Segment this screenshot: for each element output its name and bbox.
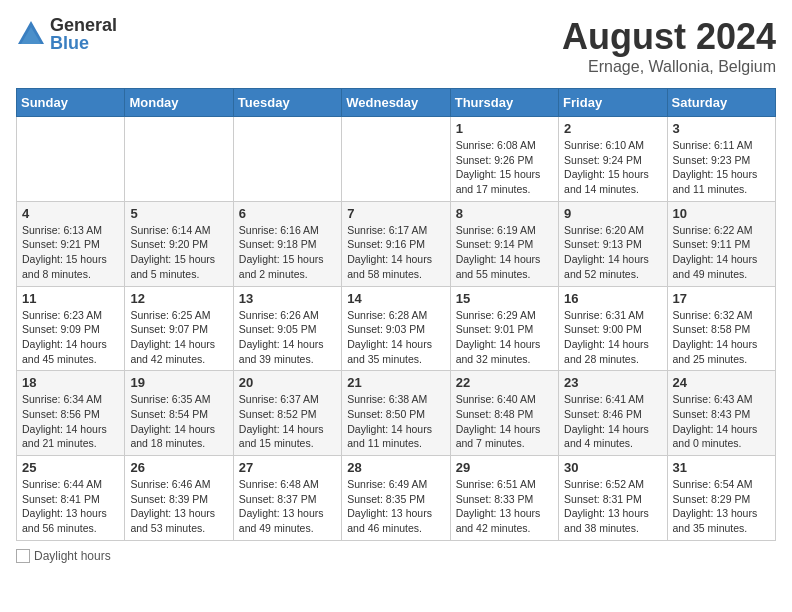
weekday-wednesday: Wednesday bbox=[342, 89, 450, 117]
day-info: Sunrise: 6:11 AM Sunset: 9:23 PM Dayligh… bbox=[673, 138, 770, 197]
weekday-saturday: Saturday bbox=[667, 89, 775, 117]
week-row-2: 4Sunrise: 6:13 AM Sunset: 9:21 PM Daylig… bbox=[17, 201, 776, 286]
calendar-cell: 23Sunrise: 6:41 AM Sunset: 8:46 PM Dayli… bbox=[559, 371, 667, 456]
day-number: 14 bbox=[347, 291, 444, 306]
calendar-cell: 19Sunrise: 6:35 AM Sunset: 8:54 PM Dayli… bbox=[125, 371, 233, 456]
weekday-thursday: Thursday bbox=[450, 89, 558, 117]
day-number: 2 bbox=[564, 121, 661, 136]
calendar-cell: 16Sunrise: 6:31 AM Sunset: 9:00 PM Dayli… bbox=[559, 286, 667, 371]
day-number: 10 bbox=[673, 206, 770, 221]
day-number: 31 bbox=[673, 460, 770, 475]
weekday-friday: Friday bbox=[559, 89, 667, 117]
day-number: 5 bbox=[130, 206, 227, 221]
calendar-cell: 21Sunrise: 6:38 AM Sunset: 8:50 PM Dayli… bbox=[342, 371, 450, 456]
day-info: Sunrise: 6:35 AM Sunset: 8:54 PM Dayligh… bbox=[130, 392, 227, 451]
calendar-cell: 2Sunrise: 6:10 AM Sunset: 9:24 PM Daylig… bbox=[559, 117, 667, 202]
day-info: Sunrise: 6:54 AM Sunset: 8:29 PM Dayligh… bbox=[673, 477, 770, 536]
day-info: Sunrise: 6:32 AM Sunset: 8:58 PM Dayligh… bbox=[673, 308, 770, 367]
day-info: Sunrise: 6:29 AM Sunset: 9:01 PM Dayligh… bbox=[456, 308, 553, 367]
weekday-tuesday: Tuesday bbox=[233, 89, 341, 117]
day-number: 28 bbox=[347, 460, 444, 475]
day-number: 23 bbox=[564, 375, 661, 390]
week-row-4: 18Sunrise: 6:34 AM Sunset: 8:56 PM Dayli… bbox=[17, 371, 776, 456]
calendar-cell: 25Sunrise: 6:44 AM Sunset: 8:41 PM Dayli… bbox=[17, 456, 125, 541]
daylight-box bbox=[16, 549, 30, 563]
day-info: Sunrise: 6:14 AM Sunset: 9:20 PM Dayligh… bbox=[130, 223, 227, 282]
calendar-cell: 3Sunrise: 6:11 AM Sunset: 9:23 PM Daylig… bbox=[667, 117, 775, 202]
day-info: Sunrise: 6:19 AM Sunset: 9:14 PM Dayligh… bbox=[456, 223, 553, 282]
weekday-header-row: SundayMondayTuesdayWednesdayThursdayFrid… bbox=[17, 89, 776, 117]
weekday-sunday: Sunday bbox=[17, 89, 125, 117]
day-number: 30 bbox=[564, 460, 661, 475]
calendar-cell: 4Sunrise: 6:13 AM Sunset: 9:21 PM Daylig… bbox=[17, 201, 125, 286]
calendar-cell: 10Sunrise: 6:22 AM Sunset: 9:11 PM Dayli… bbox=[667, 201, 775, 286]
day-info: Sunrise: 6:28 AM Sunset: 9:03 PM Dayligh… bbox=[347, 308, 444, 367]
calendar-cell: 14Sunrise: 6:28 AM Sunset: 9:03 PM Dayli… bbox=[342, 286, 450, 371]
day-number: 16 bbox=[564, 291, 661, 306]
calendar-cell: 30Sunrise: 6:52 AM Sunset: 8:31 PM Dayli… bbox=[559, 456, 667, 541]
day-number: 7 bbox=[347, 206, 444, 221]
day-number: 6 bbox=[239, 206, 336, 221]
title-block: August 2024 Ernage, Wallonia, Belgium bbox=[562, 16, 776, 76]
day-info: Sunrise: 6:48 AM Sunset: 8:37 PM Dayligh… bbox=[239, 477, 336, 536]
day-info: Sunrise: 6:40 AM Sunset: 8:48 PM Dayligh… bbox=[456, 392, 553, 451]
day-number: 21 bbox=[347, 375, 444, 390]
calendar-cell: 26Sunrise: 6:46 AM Sunset: 8:39 PM Dayli… bbox=[125, 456, 233, 541]
calendar-cell: 13Sunrise: 6:26 AM Sunset: 9:05 PM Dayli… bbox=[233, 286, 341, 371]
logo-icon bbox=[16, 19, 46, 49]
day-info: Sunrise: 6:41 AM Sunset: 8:46 PM Dayligh… bbox=[564, 392, 661, 451]
calendar-cell: 11Sunrise: 6:23 AM Sunset: 9:09 PM Dayli… bbox=[17, 286, 125, 371]
day-info: Sunrise: 6:52 AM Sunset: 8:31 PM Dayligh… bbox=[564, 477, 661, 536]
day-number: 24 bbox=[673, 375, 770, 390]
day-info: Sunrise: 6:44 AM Sunset: 8:41 PM Dayligh… bbox=[22, 477, 119, 536]
day-info: Sunrise: 6:13 AM Sunset: 9:21 PM Dayligh… bbox=[22, 223, 119, 282]
calendar-cell: 20Sunrise: 6:37 AM Sunset: 8:52 PM Dayli… bbox=[233, 371, 341, 456]
calendar-cell: 31Sunrise: 6:54 AM Sunset: 8:29 PM Dayli… bbox=[667, 456, 775, 541]
calendar-cell bbox=[342, 117, 450, 202]
day-number: 11 bbox=[22, 291, 119, 306]
calendar-cell: 27Sunrise: 6:48 AM Sunset: 8:37 PM Dayli… bbox=[233, 456, 341, 541]
logo: General Blue bbox=[16, 16, 117, 52]
day-number: 1 bbox=[456, 121, 553, 136]
day-info: Sunrise: 6:37 AM Sunset: 8:52 PM Dayligh… bbox=[239, 392, 336, 451]
day-info: Sunrise: 6:22 AM Sunset: 9:11 PM Dayligh… bbox=[673, 223, 770, 282]
calendar-cell: 15Sunrise: 6:29 AM Sunset: 9:01 PM Dayli… bbox=[450, 286, 558, 371]
calendar-cell: 6Sunrise: 6:16 AM Sunset: 9:18 PM Daylig… bbox=[233, 201, 341, 286]
day-info: Sunrise: 6:10 AM Sunset: 9:24 PM Dayligh… bbox=[564, 138, 661, 197]
daylight-label: Daylight hours bbox=[34, 549, 111, 563]
calendar-cell: 8Sunrise: 6:19 AM Sunset: 9:14 PM Daylig… bbox=[450, 201, 558, 286]
day-info: Sunrise: 6:43 AM Sunset: 8:43 PM Dayligh… bbox=[673, 392, 770, 451]
calendar-cell: 28Sunrise: 6:49 AM Sunset: 8:35 PM Dayli… bbox=[342, 456, 450, 541]
day-info: Sunrise: 6:46 AM Sunset: 8:39 PM Dayligh… bbox=[130, 477, 227, 536]
calendar-cell: 24Sunrise: 6:43 AM Sunset: 8:43 PM Dayli… bbox=[667, 371, 775, 456]
day-number: 18 bbox=[22, 375, 119, 390]
calendar-cell: 29Sunrise: 6:51 AM Sunset: 8:33 PM Dayli… bbox=[450, 456, 558, 541]
day-number: 22 bbox=[456, 375, 553, 390]
day-number: 12 bbox=[130, 291, 227, 306]
day-number: 9 bbox=[564, 206, 661, 221]
day-info: Sunrise: 6:49 AM Sunset: 8:35 PM Dayligh… bbox=[347, 477, 444, 536]
day-number: 15 bbox=[456, 291, 553, 306]
day-info: Sunrise: 6:08 AM Sunset: 9:26 PM Dayligh… bbox=[456, 138, 553, 197]
day-info: Sunrise: 6:26 AM Sunset: 9:05 PM Dayligh… bbox=[239, 308, 336, 367]
daylight-legend: Daylight hours bbox=[16, 549, 111, 563]
day-number: 4 bbox=[22, 206, 119, 221]
day-number: 17 bbox=[673, 291, 770, 306]
day-number: 19 bbox=[130, 375, 227, 390]
logo-general-text: General bbox=[50, 16, 117, 34]
weekday-monday: Monday bbox=[125, 89, 233, 117]
day-info: Sunrise: 6:17 AM Sunset: 9:16 PM Dayligh… bbox=[347, 223, 444, 282]
calendar-cell: 9Sunrise: 6:20 AM Sunset: 9:13 PM Daylig… bbox=[559, 201, 667, 286]
day-number: 13 bbox=[239, 291, 336, 306]
page-header: General Blue August 2024 Ernage, Walloni… bbox=[16, 16, 776, 76]
calendar-cell: 12Sunrise: 6:25 AM Sunset: 9:07 PM Dayli… bbox=[125, 286, 233, 371]
calendar-table: SundayMondayTuesdayWednesdayThursdayFrid… bbox=[16, 88, 776, 541]
calendar-cell: 5Sunrise: 6:14 AM Sunset: 9:20 PM Daylig… bbox=[125, 201, 233, 286]
day-number: 8 bbox=[456, 206, 553, 221]
calendar-cell bbox=[125, 117, 233, 202]
day-info: Sunrise: 6:20 AM Sunset: 9:13 PM Dayligh… bbox=[564, 223, 661, 282]
day-info: Sunrise: 6:25 AM Sunset: 9:07 PM Dayligh… bbox=[130, 308, 227, 367]
day-info: Sunrise: 6:23 AM Sunset: 9:09 PM Dayligh… bbox=[22, 308, 119, 367]
calendar-cell: 1Sunrise: 6:08 AM Sunset: 9:26 PM Daylig… bbox=[450, 117, 558, 202]
day-info: Sunrise: 6:38 AM Sunset: 8:50 PM Dayligh… bbox=[347, 392, 444, 451]
